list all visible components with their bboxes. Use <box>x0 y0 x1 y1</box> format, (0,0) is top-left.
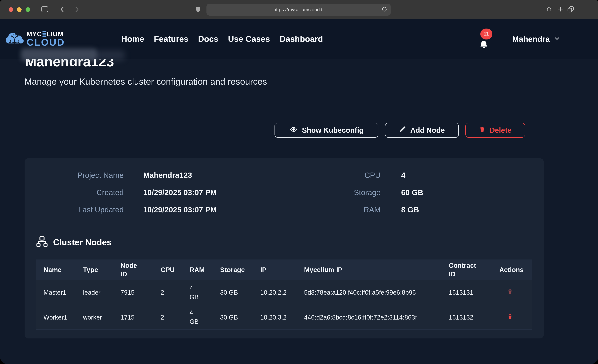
new-tab-icon[interactable] <box>558 6 563 13</box>
share-icon[interactable] <box>546 5 552 14</box>
cell-ip: 10.20.2.2 <box>253 280 297 305</box>
brand-line-cloud: CLOUD <box>26 38 65 47</box>
stylized-e-icon <box>42 31 46 37</box>
user-menu[interactable]: Mahendra <box>512 19 560 59</box>
brand-line-mycelium: MYCLIUM <box>26 31 65 38</box>
cell-node-id: 7915 <box>113 280 153 305</box>
cell-node-id: 1715 <box>113 305 153 330</box>
detail-label: RAM <box>281 205 381 214</box>
col-header-ram: RAM <box>182 259 213 280</box>
address-bar-url: https://myceliumcloud.tf <box>274 7 324 12</box>
detail-value: 10/29/2025 03:07 PM <box>143 188 216 197</box>
table-row: Master1 leader 7915 2 4 GB 30 GB 10.20.2… <box>36 280 532 305</box>
browser-chrome: https://myceliumcloud.tf <box>0 0 598 19</box>
detail-value: 10/29/2025 03:07 PM <box>143 205 216 214</box>
trash-icon <box>479 126 485 135</box>
col-header-node-id: Node ID <box>113 259 153 280</box>
detail-value: 60 GB <box>401 188 423 197</box>
window-minimize-button[interactable] <box>17 7 22 12</box>
cell-mycelium-ip: 5d8:78ea:a120:f40c:ff0f:a5fe:99e6:8b96 <box>297 280 441 305</box>
detail-row-created: Created 10/29/2025 03:07 PM <box>25 186 216 199</box>
detail-label: Last Updated <box>25 205 124 214</box>
details-left-column: Project Name Mahendra123 Created 10/29/2… <box>25 169 216 221</box>
cell-storage: 30 GB <box>213 280 253 305</box>
detail-row-last-updated: Last Updated 10/29/2025 03:07 PM <box>25 204 216 216</box>
col-header-name: Name <box>36 259 76 280</box>
brand-logo[interactable]: MYCLIUM CLOUD <box>5 31 65 47</box>
sidebar-toggle-icon[interactable] <box>41 5 49 15</box>
cell-name: Worker1 <box>36 305 76 330</box>
tab-overview-icon[interactable] <box>567 6 574 14</box>
detail-row-ram: RAM 8 GB <box>281 204 423 216</box>
cell-contract-id: 1613131 <box>441 280 492 305</box>
detail-row-cpu: CPU 4 <box>281 169 423 181</box>
privacy-shield-icon[interactable] <box>195 5 202 15</box>
detail-label: Project Name <box>25 171 124 180</box>
cluster-details-panel: Project Name Mahendra123 Created 10/29/2… <box>25 158 544 339</box>
col-header-actions: Actions <box>492 259 532 280</box>
mycelium-cloud-logo-icon <box>5 31 24 46</box>
col-header-type: Type <box>76 259 113 280</box>
cell-cpu: 2 <box>153 305 182 330</box>
user-name: Mahendra <box>512 34 550 44</box>
address-bar[interactable]: https://myceliumcloud.tf <box>207 3 391 16</box>
back-icon[interactable] <box>59 6 66 15</box>
col-header-contract-id: Contract ID <box>441 259 492 280</box>
cell-type: worker <box>76 305 113 330</box>
notifications-button[interactable]: 11 <box>479 28 494 50</box>
nav-item-docs[interactable]: Docs <box>198 34 218 44</box>
forward-icon[interactable] <box>73 6 80 15</box>
cluster-nodes-title: Cluster Nodes <box>53 237 112 247</box>
pencil-icon <box>399 126 406 135</box>
col-header-storage: Storage <box>213 259 253 280</box>
delete-cluster-button[interactable]: Delete <box>465 123 525 138</box>
cell-actions <box>492 280 532 305</box>
col-header-ip: IP <box>253 259 297 280</box>
cluster-actions: Show Kubeconfig Add Node Delete <box>274 123 525 138</box>
nav-item-home[interactable]: Home <box>121 34 144 44</box>
safari-window: https://myceliumcloud.tf <box>0 0 598 364</box>
detail-label: Storage <box>281 188 381 197</box>
site-navbar: MYCLIUM CLOUD Home Features Docs Use Cas… <box>0 19 598 59</box>
detail-label: CPU <box>281 171 381 180</box>
cell-ram: 4 GB <box>182 305 213 330</box>
detail-label: Created <box>25 188 124 197</box>
cell-contract-id: 1613132 <box>441 305 492 330</box>
col-header-cpu: CPU <box>153 259 182 280</box>
details-right-column: CPU 4 Storage 60 GB RAM 8 GB <box>281 169 423 221</box>
detail-value: 4 <box>401 171 406 180</box>
delete-node-icon[interactable] <box>507 313 513 322</box>
delete-node-icon[interactable] <box>507 288 513 297</box>
cell-type: leader <box>76 280 113 305</box>
table-row: Worker1 worker 1715 2 4 GB 30 GB 10.20.3… <box>36 305 532 330</box>
brand-wordmark: MYCLIUM CLOUD <box>26 31 65 47</box>
stage: https://myceliumcloud.tf <box>0 0 598 364</box>
table-header-row: Name Type Node ID CPU RAM Storage IP Myc… <box>36 259 532 280</box>
detail-row-project-name: Project Name Mahendra123 <box>25 169 216 181</box>
chevron-down-icon <box>554 35 560 43</box>
show-kubeconfig-button[interactable]: Show Kubeconfig <box>274 123 378 138</box>
reload-icon[interactable] <box>381 6 388 14</box>
cell-name: Master1 <box>36 280 76 305</box>
cell-actions <box>492 305 532 330</box>
add-node-button[interactable]: Add Node <box>385 123 459 138</box>
cell-cpu: 2 <box>153 280 182 305</box>
detail-value: 8 GB <box>401 205 419 214</box>
cell-storage: 30 GB <box>213 305 253 330</box>
nav-item-dashboard[interactable]: Dashboard <box>280 34 323 44</box>
primary-nav: Home Features Docs Use Cases Dashboard <box>121 19 323 59</box>
cell-ram: 4 GB <box>182 280 213 305</box>
eye-icon <box>289 126 298 135</box>
notification-count-badge: 11 <box>480 28 492 39</box>
network-nodes-icon <box>36 236 48 249</box>
window-zoom-button[interactable] <box>25 7 30 12</box>
col-header-mycelium-ip: Mycelium IP <box>297 259 441 280</box>
cluster-nodes-heading: Cluster Nodes <box>36 236 112 248</box>
cell-ip: 10.20.3.2 <box>253 305 297 330</box>
detail-value: Mahendra123 <box>143 171 192 180</box>
cluster-nodes-table: Name Type Node ID CPU RAM Storage IP Myc… <box>36 259 532 330</box>
detail-row-storage: Storage 60 GB <box>281 186 423 199</box>
nav-item-use-cases[interactable]: Use Cases <box>228 34 270 44</box>
window-close-button[interactable] <box>9 7 13 12</box>
nav-item-features[interactable]: Features <box>154 34 188 44</box>
